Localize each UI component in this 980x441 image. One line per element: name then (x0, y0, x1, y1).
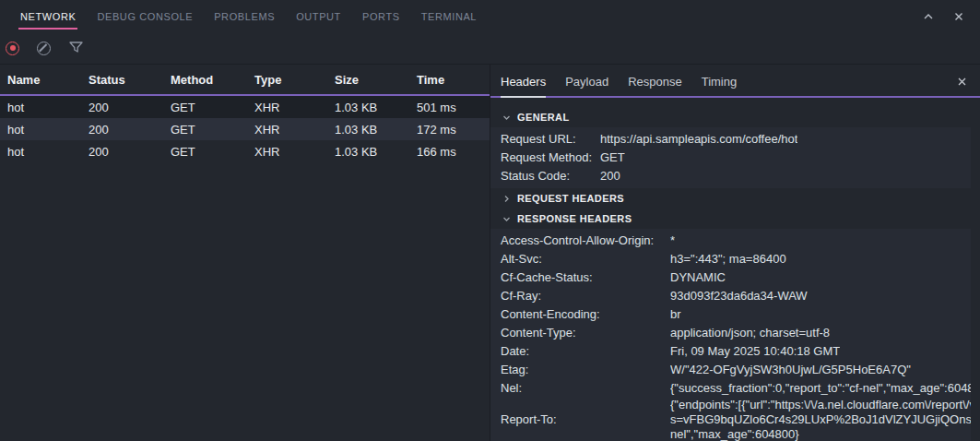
record-icon[interactable] (6, 42, 19, 55)
header-key: Nel: (501, 379, 670, 398)
header-value: Fri, 09 May 2025 10:40:18 GMT (670, 342, 840, 361)
tab-ports[interactable]: PORTS (362, 9, 400, 24)
header-key: Request URL: (501, 130, 600, 149)
cell-type: XHR (254, 101, 335, 114)
header-value: {"success_fraction":0,"report_to":"cf-ne… (670, 379, 971, 398)
header-key: Access-Control-Allow-Origin: (501, 232, 670, 250)
header-key: Date: (501, 342, 670, 361)
section-response-headers[interactable]: RESPONSE HEADERS (490, 209, 980, 229)
header-key: Status Code: (501, 167, 600, 185)
tab-response[interactable]: Response (628, 65, 682, 98)
tab-network[interactable]: NETWORK (20, 9, 76, 24)
cell-time: 172 ms (417, 123, 490, 137)
header-row: Request Method: GET (501, 149, 971, 167)
headers-content: GENERAL Request URL: https://api.samplea… (490, 98, 980, 441)
network-toolbar (0, 32, 980, 65)
column-status[interactable]: Status (89, 73, 171, 87)
request-row-1[interactable]: hot 200 GET XHR 1.03 KB 501 ms (0, 96, 490, 118)
section-response-headers-title: RESPONSE HEADERS (517, 213, 632, 224)
header-value: https://api.sampleapis.com/coffee/hot (600, 130, 797, 149)
column-size[interactable]: Size (335, 73, 417, 87)
cell-name: hot (7, 145, 89, 159)
tab-timing[interactable]: Timing (702, 65, 738, 98)
header-value: 93d093f23da6da34-WAW (670, 287, 808, 305)
header-row: Alt-Svc: h3=":443"; ma=86400 (501, 250, 971, 268)
cell-time: 166 ms (417, 145, 490, 159)
tab-problems[interactable]: PROBLEMS (214, 9, 275, 24)
request-row-2-selected[interactable]: hot 200 GET XHR 1.03 KB 172 ms (0, 118, 490, 140)
header-value: * (670, 232, 675, 250)
header-value: br (670, 305, 681, 324)
header-value: W/"422-OFgVyjSW3h0UjwL/G5P5HoE6A7Q" (670, 361, 911, 379)
cell-status: 200 (89, 101, 171, 114)
header-key: Request Method: (501, 149, 600, 167)
header-value: 200 (600, 167, 620, 185)
cell-size: 1.03 KB (335, 123, 417, 137)
header-key: Report-To: (501, 411, 670, 429)
header-row: Nel: {"success_fraction":0,"report_to":"… (501, 379, 971, 398)
filter-icon[interactable] (68, 40, 84, 57)
column-type[interactable]: Type (254, 73, 335, 87)
cell-type: XHR (254, 123, 335, 137)
close-details-icon[interactable] (956, 65, 980, 98)
header-key: Content-Encoding: (501, 305, 670, 324)
header-key: Content-Type: (501, 324, 670, 342)
section-general-title: GENERAL (517, 112, 570, 123)
header-value-multiline: {"endpoints":[{"url":"https:\/\/a.nel.cl… (670, 398, 971, 441)
section-general[interactable]: GENERAL (490, 107, 980, 127)
column-name[interactable]: Name (7, 73, 89, 87)
cell-method: GET (171, 123, 254, 137)
header-value: GET (600, 149, 625, 167)
tab-payload[interactable]: Payload (565, 65, 608, 98)
header-row: Status Code: 200 (501, 167, 971, 185)
request-row-3[interactable]: hot 200 GET XHR 1.03 KB 166 ms (0, 140, 490, 162)
section-request-headers-title: REQUEST HEADERS (517, 193, 624, 204)
cell-method: GET (171, 101, 254, 114)
request-details-panel: Headers Payload Response Timing GENERAL (490, 65, 980, 441)
header-row: Cf-Ray: 93d093f23da6da34-WAW (501, 287, 971, 305)
cell-status: 200 (89, 123, 171, 137)
panel-tab-bar: NETWORK DEBUG CONSOLE PROBLEMS OUTPUT PO… (0, 0, 980, 32)
requests-table-header: Name Status Method Type Size Time (0, 65, 490, 96)
chevron-down-icon (502, 113, 511, 122)
cell-status: 200 (89, 145, 171, 159)
header-row: Content-Encoding: br (501, 305, 971, 324)
chevron-right-icon (502, 195, 511, 203)
close-panel-icon[interactable] (952, 10, 965, 23)
cell-time: 501 ms (417, 101, 490, 114)
header-key: Cf-Ray: (501, 287, 670, 305)
header-value: h3=":443"; ma=86400 (670, 250, 786, 268)
header-row-report-to: Report-To: {"endpoints":[{"url":"https:\… (501, 398, 971, 441)
tab-debug-console[interactable]: DEBUG CONSOLE (97, 9, 193, 24)
cell-method: GET (171, 145, 254, 159)
cell-name: hot (7, 123, 89, 137)
general-block: Request URL: https://api.sampleapis.com/… (490, 127, 971, 188)
chevron-down-icon (502, 215, 511, 223)
header-row: Cf-Cache-Status: DYNAMIC (501, 268, 971, 287)
header-row: Etag: W/"422-OFgVyjSW3h0UjwL/G5P5HoE6A7Q… (501, 361, 971, 379)
header-row: Request URL: https://api.sampleapis.com/… (501, 130, 971, 149)
column-method[interactable]: Method (171, 73, 254, 87)
column-time[interactable]: Time (417, 73, 490, 87)
cell-size: 1.03 KB (335, 101, 417, 114)
cell-size: 1.03 KB (335, 145, 417, 159)
panel-window-controls (922, 10, 980, 23)
header-key: Etag: (501, 361, 670, 379)
response-headers-block: Access-Control-Allow-Origin: * Alt-Svc: … (490, 229, 971, 441)
header-key: Alt-Svc: (501, 250, 670, 268)
tab-headers[interactable]: Headers (501, 65, 546, 98)
tab-output[interactable]: OUTPUT (296, 9, 341, 24)
network-devtools-panel: NETWORK DEBUG CONSOLE PROBLEMS OUTPUT PO… (0, 0, 980, 441)
header-row: Access-Control-Allow-Origin: * (501, 232, 971, 250)
header-value: application/json; charset=utf-8 (670, 324, 830, 342)
chevron-up-icon[interactable] (922, 10, 935, 23)
header-row: Date: Fri, 09 May 2025 10:40:18 GMT (501, 342, 971, 361)
cell-name: hot (7, 101, 89, 114)
header-value: DYNAMIC (670, 268, 726, 287)
section-request-headers[interactable]: REQUEST HEADERS (490, 188, 980, 209)
tab-terminal[interactable]: TERMINAL (421, 9, 477, 24)
details-tab-bar: Headers Payload Response Timing (490, 65, 980, 98)
header-row: Content-Type: application/json; charset=… (501, 324, 971, 342)
block-icon[interactable] (37, 42, 51, 55)
requests-panel: Name Status Method Type Size Time hot 20… (0, 65, 490, 441)
